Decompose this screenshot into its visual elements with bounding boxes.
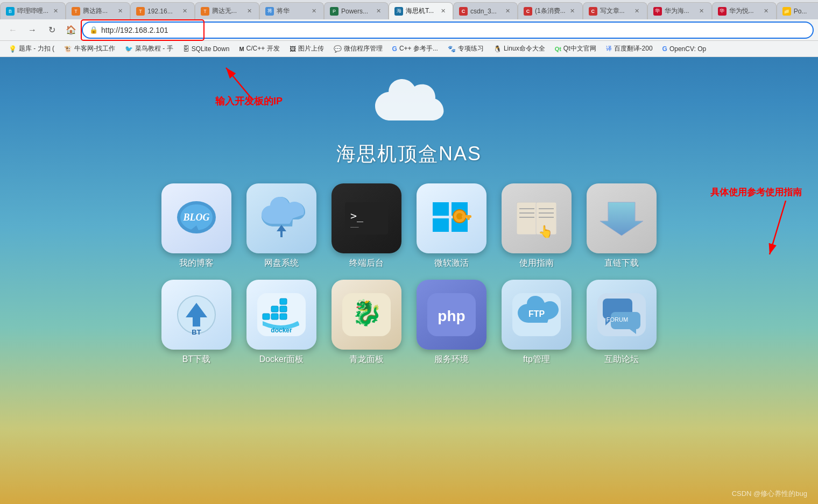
tab-powers[interactable]: P Powers... ✕ [324, 2, 389, 19]
tab-close-bilibili[interactable]: ✕ [51, 7, 60, 16]
back-button[interactable]: ← [4, 22, 22, 39]
bookmark-baidu-translate[interactable]: 译 百度翻译-200 [602, 42, 657, 55]
bookmark-leetcode[interactable]: 💡 题库 - 力扣 ( [4, 42, 59, 55]
app-item-nas[interactable]: 网盘系统 [246, 183, 316, 269]
app-icon-forum: FORUM [587, 280, 657, 350]
tab-favicon-hisi: 海 [394, 7, 403, 16]
tab-huawei1[interactable]: 华 华为海... ✕ [647, 2, 712, 19]
app-icon-bt: BT [161, 280, 231, 350]
bookmark-sqlite[interactable]: 🗄 SQLite Down [179, 44, 234, 54]
tab-close-csdn2[interactable]: ✕ [568, 7, 577, 16]
app-item-terminal[interactable]: >_ —— 终端后台 [332, 183, 401, 269]
tab-bilibili[interactable]: B 哔理哔哩... ✕ [0, 2, 66, 19]
bookmark-icon-sqlite: 🗄 [183, 45, 189, 53]
bookmark-icon-linux: 🐧 [493, 45, 502, 53]
bookmark-icon-baidu-translate: 译 [606, 45, 612, 53]
tab-close-huawei2[interactable]: ✕ [762, 7, 771, 16]
app-icon-ftp: FTP [502, 280, 572, 350]
app-label-bt: BT下载 [182, 354, 210, 365]
tab-close-csdn1[interactable]: ✕ [503, 7, 512, 16]
bookmark-icon-cppreference: G [392, 45, 397, 53]
tab-huawei2[interactable]: 华 华为悦... ✕ [712, 2, 777, 19]
bookmark-cpp[interactable]: Μ C/C++ 开发 [235, 42, 284, 55]
cloud-icon [371, 79, 447, 132]
app-item-ms-activate[interactable]: 微软激活 [417, 183, 486, 269]
address-bar[interactable]: 🔒 [82, 22, 814, 39]
app-icon-php: php [417, 280, 486, 350]
app-item-php[interactable]: php 服务环境 [417, 280, 486, 365]
tab-close-tenda1[interactable]: ✕ [116, 7, 124, 16]
bookmark-special[interactable]: 🐾 专项练习 [443, 42, 488, 55]
tab-close-huawei1[interactable]: ✕ [697, 7, 706, 16]
tab-tenda2[interactable]: T 腾达无... ✕ [195, 2, 259, 19]
bookmark-qt[interactable]: Qt Qt中文官网 [551, 42, 601, 55]
bookmark-icon-special: 🐾 [448, 45, 456, 53]
svg-text:——: —— [350, 223, 359, 231]
app-icon-qinglong: 🐉 [332, 280, 401, 350]
tab-csdn2[interactable]: C (1条消费... ✕ [518, 2, 583, 19]
svg-text:FORUM: FORUM [607, 316, 628, 323]
bookmark-nowcoder[interactable]: 🐮 牛客网-找工作 [60, 42, 119, 55]
bookmark-label-leetcode: 题库 - 力扣 ( [19, 44, 54, 53]
bookmark-label-nowcoder: 牛客网-找工作 [74, 44, 115, 53]
app-label-nas: 网盘系统 [264, 258, 299, 269]
tab-label-huawei2: 华为悦... [729, 6, 759, 16]
tab-close-hisi[interactable]: ✕ [439, 7, 447, 16]
tab-tenda1[interactable]: T 腾达路... ✕ [66, 2, 130, 19]
tab-folder[interactable]: 📁 Po... ✕ [777, 2, 818, 19]
annotation-label-guide: 具体使用参考使用指南 [710, 186, 802, 198]
bookmark-runoob[interactable]: 🐦 菜鸟教程 - 手 [121, 42, 178, 55]
home-button[interactable]: 🏠 [62, 22, 80, 39]
app-label-qinglong: 青龙面板 [349, 354, 384, 365]
svg-text:php: php [438, 308, 465, 324]
browser-window: B 哔理哔哩... ✕ T 腾达路... ✕ T 192.16... ✕ T 腾… [0, 0, 818, 57]
tab-jianghua[interactable]: 将 将华 ✕ [259, 2, 324, 19]
svg-text:🐉: 🐉 [351, 298, 383, 328]
app-item-qinglong[interactable]: 🐉 青龙面板 [332, 280, 401, 365]
bookmark-label-wechat: 微信程序管理 [344, 44, 383, 53]
tab-label-hisi: 海思机T... [406, 6, 436, 16]
bookmark-label-imgupload: 图片上传 [298, 44, 324, 53]
svg-text:>_: >_ [350, 209, 364, 222]
bookmark-linux[interactable]: 🐧 Linux命令大全 [489, 42, 549, 55]
tab-label-folder: Po... [794, 8, 818, 15]
app-item-bt[interactable]: BT BT下载 [161, 280, 231, 365]
hero-title: 海思机顶盒NAS [336, 141, 482, 167]
annotation-label-ip: 输入开发板的IP [215, 95, 283, 108]
tab-close-tenda2[interactable]: ✕ [245, 7, 253, 16]
app-icon-guide: 👆 [502, 183, 572, 253]
tab-favicon-write: C [589, 7, 597, 16]
app-item-ftp[interactable]: FTP ftp管理 [502, 280, 572, 365]
url-input[interactable] [101, 26, 806, 34]
tab-close-powers[interactable]: ✕ [374, 7, 383, 16]
bookmark-opencv[interactable]: G OpenCV: Op [658, 44, 711, 54]
app-label-forum: 互助论坛 [604, 354, 639, 365]
app-label-docker: Docker面板 [259, 354, 304, 365]
tab-label-csdn2: (1条消费... [535, 6, 566, 16]
tab-close-ip[interactable]: ✕ [180, 7, 189, 16]
tab-write[interactable]: C 写文章... ✕ [583, 2, 647, 19]
tab-csdn1[interactable]: C csdn_3... ✕ [453, 2, 518, 19]
svg-rect-17 [462, 215, 471, 218]
app-item-blog[interactable]: BLOG 我的博客 [161, 183, 231, 269]
bookmark-cppreference[interactable]: G C++ 参考手... [388, 42, 442, 55]
bookmarks-bar: 💡 题库 - 力扣 ( 🐮 牛客网-找工作 🐦 菜鸟教程 - 手 🗄 SQLit… [0, 41, 818, 57]
tab-ip[interactable]: T 192.16... ✕ [130, 2, 195, 19]
forward-button[interactable]: → [24, 22, 41, 39]
tab-close-write[interactable]: ✕ [633, 7, 641, 16]
tab-label-csdn1: csdn_3... [470, 8, 500, 15]
svg-text:BT: BT [192, 328, 201, 336]
svg-rect-35 [280, 314, 287, 320]
bookmark-wechat[interactable]: 💬 微信程序管理 [329, 42, 387, 55]
app-item-forum[interactable]: FORUM 互助论坛 [587, 280, 657, 365]
app-item-guide[interactable]: 👆 使用指南 [502, 183, 572, 269]
reload-button[interactable]: ↻ [43, 22, 60, 39]
app-item-docker[interactable]: docker Docker面板 [246, 280, 316, 365]
tab-close-jianghua[interactable]: ✕ [309, 7, 318, 16]
tab-bar: B 哔理哔哩... ✕ T 腾达路... ✕ T 192.16... ✕ T 腾… [0, 0, 818, 19]
footer: CSDN @修心养性的bug [732, 489, 807, 499]
app-item-direct-dl[interactable]: 直链下载 [587, 183, 657, 269]
svg-text:👆: 👆 [538, 224, 553, 239]
bookmark-imgupload[interactable]: 🖼 图片上传 [285, 42, 328, 55]
tab-hisi[interactable]: 海 海思机T... ✕ [389, 2, 453, 19]
